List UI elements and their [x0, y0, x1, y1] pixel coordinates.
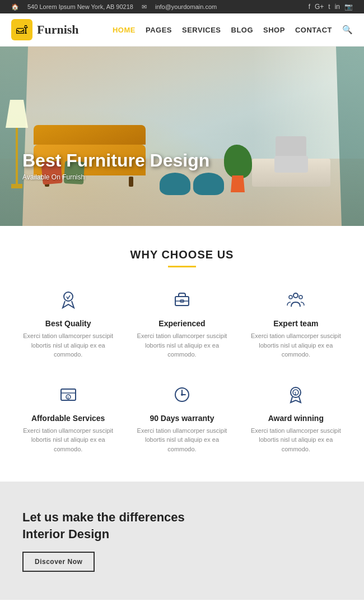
feature-affordable: $ Affordable Services Exerci tation ulla…	[17, 379, 119, 460]
lamp-shade	[6, 100, 28, 128]
warranty-desc: Exerci tation ullamcorper suscipit lobor…	[136, 426, 227, 454]
svg-point-4	[293, 293, 298, 298]
feature-award: 1 Award winning Exerci tation ullamcorpe…	[245, 379, 347, 460]
experienced-title: Experienced	[136, 319, 227, 328]
experienced-icon	[136, 290, 227, 315]
why-title: WHY CHOOSE US	[17, 248, 347, 261]
quality-title: Best Quality	[22, 319, 114, 328]
desk-chair	[274, 147, 308, 187]
lamp-pole	[16, 128, 18, 184]
expert-team-icon	[250, 290, 342, 315]
main-nav: HOME PAGES SERVICES BLOG SHOP CONTACT 🔍	[113, 25, 353, 35]
hero-title: Best Furniture Design	[22, 150, 209, 171]
gallery-section: GALLERY All Projects Houses Decoration F…	[0, 600, 364, 615]
logo-icon: 🛋	[11, 19, 32, 40]
chair-back	[276, 136, 306, 156]
feature-expert-team: Expert team Exerci tation ullamcorper su…	[245, 284, 347, 365]
expert-team-title: Expert team	[250, 319, 342, 328]
svg-point-5	[289, 295, 292, 299]
nav-pages[interactable]: PAGES	[146, 26, 172, 34]
award-desc: Exerci tation ullamcorper suscipit lobor…	[250, 426, 342, 454]
plant-pot	[231, 175, 245, 192]
twitter-link[interactable]: t	[328, 3, 330, 11]
quality-desc: Exerci tation ullamcorper suscipit lobor…	[22, 331, 114, 359]
expert-team-desc: Exerci tation ullamcorper suscipit lobor…	[250, 331, 342, 359]
facebook-link[interactable]: f	[309, 3, 310, 11]
chair-seat	[274, 156, 308, 173]
address-text: 540 Lorem Ipsum New York, AB 90218	[27, 3, 133, 10]
warranty-icon	[136, 385, 227, 409]
svg-point-12	[181, 394, 183, 396]
top-bar: 🏠 540 Lorem Ipsum New York, AB 90218 ✉ i…	[0, 0, 364, 13]
feature-experienced: Experienced Exerci tation ullamcorper su…	[130, 284, 233, 365]
cta-subheadline: Interior Design	[22, 527, 342, 542]
nav-blog[interactable]: BLOG	[231, 26, 254, 34]
hero-overlay: Best Furniture Design Available On Furni…	[22, 150, 209, 181]
svg-text:1: 1	[295, 391, 297, 395]
affordable-icon: $	[22, 385, 114, 409]
hero-subtitle: Available On Furnish	[22, 173, 209, 181]
lamp-base	[11, 184, 22, 188]
why-section: WHY CHOOSE US Best Quality Exerci tation…	[0, 226, 364, 482]
quality-icon	[22, 290, 114, 315]
discover-now-button[interactable]: Discover Now	[22, 552, 95, 572]
email-icon: ✉	[142, 3, 147, 11]
cta-headline: Let us make the differences	[22, 510, 342, 526]
affordable-desc: Exerci tation ullamcorper suscipit lobor…	[22, 426, 114, 454]
cta-section: Let us make the differences Interior Des…	[0, 482, 364, 600]
feature-best-quality: Best Quality Exerci tation ullamcorper s…	[17, 284, 119, 365]
warranty-title: 90 Days warranty	[136, 414, 227, 423]
header: 🛋 Furnish HOME PAGES SERVICES BLOG SHOP …	[0, 13, 364, 47]
address-icon: 🏠	[11, 3, 19, 11]
search-icon[interactable]: 🔍	[342, 25, 353, 35]
instagram-link[interactable]: 📷	[344, 3, 353, 11]
why-underline	[168, 266, 196, 267]
nav-contact[interactable]: CONTACT	[295, 26, 332, 34]
nav-services[interactable]: SERVICES	[182, 26, 221, 34]
social-links[interactable]: f G+ t in 📷	[309, 3, 353, 11]
linkedin-link[interactable]: in	[335, 3, 340, 11]
nav-home[interactable]: HOME	[113, 26, 136, 34]
award-title: Award winning	[250, 414, 342, 423]
svg-point-6	[299, 295, 302, 299]
plant-leaves	[224, 145, 252, 178]
logo[interactable]: 🛋 Furnish	[11, 19, 79, 40]
logo-text: Furnish	[37, 22, 79, 37]
top-bar-contact: 🏠 540 Lorem Ipsum New York, AB 90218 ✉ i…	[11, 3, 217, 11]
hero-section: Best Furniture Design Available On Furni…	[0, 47, 364, 226]
experienced-desc: Exerci tation ullamcorper suscipit lobor…	[136, 331, 227, 359]
googleplus-link[interactable]: G+	[315, 3, 324, 11]
svg-point-0	[64, 292, 73, 301]
features-grid: Best Quality Exerci tation ullamcorper s…	[17, 284, 347, 459]
hero-scene	[0, 47, 364, 226]
nav-shop[interactable]: SHOP	[263, 26, 285, 34]
email-text: info@yourdomain.com	[155, 3, 217, 10]
affordable-title: Affordable Services	[22, 414, 114, 423]
feature-warranty: 90 Days warranty Exerci tation ullamcorp…	[130, 379, 233, 460]
indoor-plant	[231, 145, 252, 192]
sofa-back	[34, 125, 146, 145]
award-icon: 1	[250, 385, 342, 409]
